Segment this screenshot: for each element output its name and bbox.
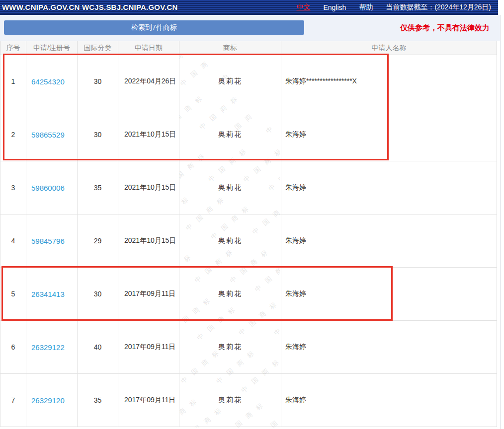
intl-class-cell: 30: [78, 108, 118, 161]
header-applicant: 申请人名称: [281, 41, 497, 55]
page-edge-divider: [500, 15, 501, 429]
table-row: 359860006352021年10月15日奥莉花朱海婷: [0, 161, 497, 214]
applicant-name-cell: 朱海婷: [281, 108, 497, 161]
table-row: 164254320302022年04月26日奥莉花朱海婷************…: [0, 55, 497, 108]
lang-switch-chinese[interactable]: 中文: [296, 3, 310, 12]
trademark-name-cell: 奥莉花: [179, 321, 281, 374]
top-bar: WWW.CNIPA.GOV.CN WCJS.SBJ.CNIPA.GOV.CN 中…: [0, 0, 498, 15]
trademark-name-cell: 奥莉花: [179, 214, 281, 268]
row-index-cell: 6: [0, 321, 26, 374]
apply-date-cell: 2021年10月15日: [118, 161, 179, 214]
apply-date-cell: 2022年04月26日: [118, 55, 179, 108]
registration-number-link-container: 26329122: [26, 321, 78, 374]
applicant-name-cell: 朱海婷*****************X: [281, 55, 497, 108]
row-index-cell: 7: [0, 374, 26, 427]
registration-number-link[interactable]: 64254320: [31, 77, 65, 86]
registration-number-link-container: 26341413: [26, 268, 78, 321]
intl-class-cell: 35: [78, 374, 118, 427]
applicant-name-cell: 朱海婷: [281, 321, 497, 374]
site-urls: WWW.CNIPA.GOV.CN WCJS.SBJ.CNIPA.GOV.CN: [2, 3, 177, 11]
apply-date-cell: 2021年10月15日: [118, 214, 179, 268]
trademark-name-cell: 奥莉花: [179, 161, 281, 214]
registration-number-link[interactable]: 59860006: [31, 184, 65, 192]
applicant-name-cell: 朱海婷: [281, 268, 497, 321]
registration-number-link-container: 59865529: [26, 108, 78, 161]
intl-class-cell: 30: [78, 55, 118, 108]
registration-number-link[interactable]: 59845796: [31, 237, 65, 245]
intl-class-cell: 35: [78, 161, 118, 214]
row-index-cell: 1: [0, 55, 26, 108]
registration-number-link[interactable]: 26341413: [31, 290, 65, 298]
data-cutoff-date: 当前数据截至：(2024年12月26日): [386, 3, 491, 12]
help-link[interactable]: 帮助: [359, 3, 373, 12]
banner-strip: 检索到7件商标 仅供参考，不具有法律效力: [0, 15, 501, 41]
registration-number-link[interactable]: 26329122: [31, 343, 65, 352]
apply-date-cell: 2017年09月11日: [118, 268, 179, 321]
row-index-cell: 4: [0, 214, 26, 268]
topbar-nav: 中文 English 帮助 当前数据截至：(2024年12月26日): [296, 3, 491, 12]
registration-number-link-container: 59845796: [26, 214, 78, 268]
apply-date-cell: 2017年09月11日: [118, 321, 179, 374]
results-table-wrap: 序号 申请/注册号 国际分类 申请日期 商标 申请人名称 16425432030…: [0, 41, 497, 427]
trademark-name-cell: 奥莉花: [179, 108, 281, 161]
intl-class-cell: 29: [78, 214, 118, 268]
header-reg-no: 申请/注册号: [26, 41, 78, 55]
trademark-name-cell: 奥莉花: [179, 55, 281, 108]
header-apply-date: 申请日期: [118, 41, 179, 55]
header-intl-class: 国际分类: [78, 41, 118, 55]
results-table: 序号 申请/注册号 国际分类 申请日期 商标 申请人名称 16425432030…: [0, 41, 497, 427]
table-row: 526341413302017年09月11日奥莉花朱海婷: [0, 268, 497, 321]
registration-number-link-container: 59860006: [26, 161, 78, 214]
applicant-name-cell: 朱海婷: [281, 214, 497, 268]
registration-number-link[interactable]: 26329120: [31, 396, 65, 405]
row-index-cell: 5: [0, 268, 26, 321]
apply-date-cell: 2021年10月15日: [118, 108, 179, 161]
header-trademark: 商标: [179, 41, 281, 55]
registration-number-link-container: 64254320: [26, 55, 78, 108]
applicant-name-cell: 朱海婷: [281, 161, 497, 214]
registration-number-link[interactable]: 59865529: [31, 131, 65, 139]
registration-number-link-container: 26329120: [26, 374, 78, 427]
row-index-cell: 3: [0, 161, 26, 214]
header-index: 序号: [0, 41, 26, 55]
result-count-button[interactable]: 检索到7件商标: [4, 20, 304, 35]
table-row: 259865529302021年10月15日奥莉花朱海婷: [0, 108, 497, 161]
intl-class-cell: 40: [78, 321, 118, 374]
intl-class-cell: 30: [78, 268, 118, 321]
applicant-name-cell: 朱海婷: [281, 374, 497, 427]
table-row: 726329120352017年09月11日奥莉花朱海婷: [0, 374, 497, 427]
legal-disclaimer: 仅供参考，不具有法律效力: [400, 23, 490, 33]
table-row: 626329122402017年09月11日奥莉花朱海婷: [0, 321, 497, 374]
apply-date-cell: 2017年09月11日: [118, 374, 179, 427]
lang-switch-english[interactable]: English: [323, 3, 346, 11]
table-header-row: 序号 申请/注册号 国际分类 申请日期 商标 申请人名称: [0, 41, 497, 55]
table-row: 459845796292021年10月15日奥莉花朱海婷: [0, 214, 497, 268]
row-index-cell: 2: [0, 108, 26, 161]
trademark-name-cell: 奥莉花: [179, 374, 281, 427]
trademark-name-cell: 奥莉花: [179, 268, 281, 321]
